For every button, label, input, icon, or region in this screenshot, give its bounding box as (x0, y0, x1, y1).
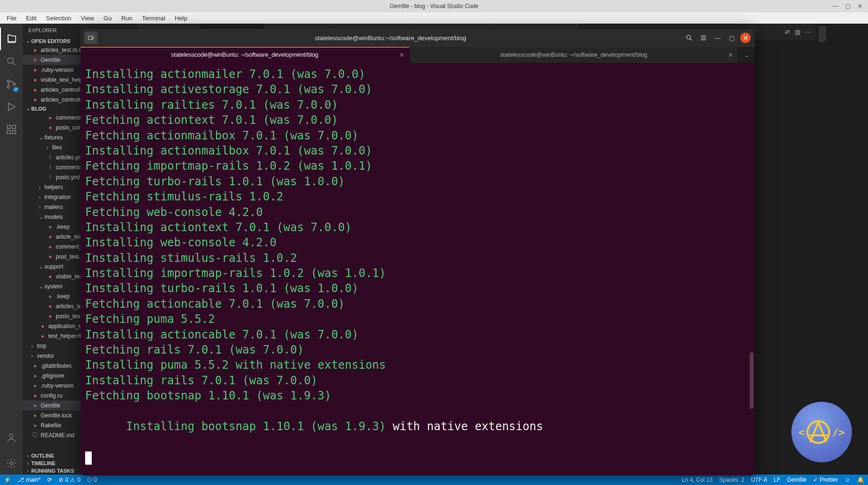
terminal-scrollbar[interactable] (750, 352, 754, 409)
item-label: vendor (37, 353, 54, 359)
chevron-right-icon: › (39, 204, 44, 210)
terminal-tab-1[interactable]: statelesscode@winBuntu: ~/software_devel… (80, 47, 410, 63)
chevron-right-icon: › (39, 184, 44, 191)
status-ports[interactable]: ⬡ 0 (87, 476, 97, 483)
menu-file[interactable]: File (3, 14, 20, 23)
open-editors-label: OPEN EDITORS (31, 38, 70, 44)
terminal-tab-close-icon[interactable]: ✕ (728, 52, 733, 59)
file-icon: ● (39, 323, 46, 329)
project-label: BLOG (31, 106, 46, 112)
status-branch[interactable]: ⎇ main* (18, 476, 41, 483)
file-name: .ruby-version (41, 67, 73, 73)
extensions-icon[interactable] (0, 118, 23, 141)
terminal-tab-2[interactable]: statelesscode@winBuntu: ~/software_devel… (410, 47, 739, 63)
terminal-line: Installing stimulus-rails 1.0.2 (85, 251, 750, 266)
explorer-icon[interactable] (0, 27, 23, 50)
item-label: config.ru (41, 392, 62, 399)
compare-changes-icon[interactable]: ⇄ (785, 28, 790, 35)
terminal-maximize-icon[interactable]: ▢ (726, 32, 737, 43)
terminal-new-tab-button[interactable] (84, 32, 97, 44)
split-editor-icon[interactable]: ▥ (795, 28, 800, 35)
svg-rect-10 (88, 36, 92, 40)
terminal-tab-close-icon[interactable]: ✕ (399, 52, 404, 59)
file-icon: ● (31, 47, 39, 53)
item-label: articles.yml (56, 154, 84, 161)
settings-gear-icon[interactable] (0, 452, 23, 475)
chevron-right-icon: › (25, 468, 31, 474)
source-control-icon[interactable]: 2 (0, 73, 23, 95)
file-icon: ● (31, 96, 39, 103)
svg-point-0 (8, 58, 13, 63)
terminal-line: Fetching rails 7.0.1 (was 7.0.0) (85, 342, 750, 357)
item-label: mailers (44, 204, 63, 210)
terminal-line: Fetching web-console 4.2.0 (85, 205, 750, 220)
status-eol[interactable]: LF (774, 476, 780, 483)
file-icon: ● (46, 253, 54, 260)
search-icon[interactable] (0, 50, 23, 73)
item-label: files (52, 144, 62, 151)
item-label: .gitignore (41, 372, 64, 379)
window-minimize-icon[interactable]: — (832, 3, 839, 9)
terminal-line: Fetching actionmailbox 7.0.1 (was 7.0.0) (85, 128, 750, 143)
status-remote[interactable]: ⚡ (4, 476, 11, 483)
status-cursor[interactable]: Ln 4, Col 13 (682, 476, 713, 483)
item-label: .gitattributes (41, 363, 71, 369)
terminal-line: Installing importmap-rails 1.0.2 (was 1.… (85, 266, 750, 281)
terminal-menu-icon[interactable] (698, 32, 709, 43)
file-icon: ● (31, 87, 39, 93)
file-icon: ● (46, 124, 54, 131)
menu-view[interactable]: View (77, 14, 98, 23)
file-icon: ● (46, 243, 54, 250)
status-spaces[interactable]: Spaces: 2 (719, 476, 744, 483)
terminal-line: Installing rails 7.0.1 (was 7.0.0) (85, 373, 750, 388)
terminal-line: Installing actionmailbox 7.0.1 (was 7.0.… (85, 143, 750, 158)
status-sync[interactable]: ⟳ (47, 476, 52, 483)
file-icon: ● (46, 224, 54, 230)
terminal-line: Installing turbo-rails 1.0.1 (was 1.0.0) (85, 281, 750, 296)
status-problems[interactable]: ⊘ 0 ⚠ 0 (59, 476, 80, 483)
menu-help[interactable]: Help (171, 14, 191, 23)
status-bell-icon[interactable]: 🔔 (857, 476, 864, 483)
svg-rect-7 (12, 125, 16, 129)
file-icon: ! (46, 164, 54, 171)
svg-point-2 (8, 86, 10, 88)
terminal-line: Fetching actiontext 7.0.1 (was 7.0.0) (85, 113, 750, 128)
status-language[interactable]: Gemfile (787, 476, 807, 483)
item-label: .keep (56, 293, 70, 300)
svg-point-3 (13, 83, 16, 86)
menu-edit[interactable]: Edit (22, 14, 40, 23)
status-encoding[interactable]: UTF-8 (751, 476, 767, 483)
terminal-minimize-icon[interactable]: — (712, 32, 723, 43)
chevron-right-icon: › (39, 194, 44, 200)
accounts-icon[interactable] (0, 426, 23, 449)
file-icon: ● (31, 67, 39, 73)
terminal-tab-dropdown-icon[interactable]: ⌄ (738, 47, 754, 63)
terminal-close-icon[interactable]: ✕ (740, 33, 751, 43)
menu-selection[interactable]: Selection (42, 14, 75, 23)
terminal-line: Fetching actioncable 7.0.1 (was 7.0.0) (85, 296, 750, 312)
menu-terminal[interactable]: Terminal (138, 14, 169, 23)
window-maximize-icon[interactable]: ▢ (844, 3, 851, 9)
svg-point-1 (8, 80, 10, 83)
scm-badge: 2 (13, 87, 19, 92)
timeline-label: TIMELINE (31, 460, 55, 466)
status-feedback-icon[interactable]: ☺ (845, 476, 850, 483)
chevron-right-icon: › (31, 343, 37, 349)
file-icon: ● (39, 333, 46, 339)
more-actions-icon[interactable]: ⋯ (805, 28, 811, 35)
file-icon: ● (31, 392, 39, 399)
menu-run[interactable]: Run (117, 14, 136, 23)
terminal-search-icon[interactable] (684, 32, 695, 43)
chevron-down-icon: ⌄ (39, 283, 44, 290)
item-label: .ruby-version (41, 382, 73, 389)
terminal-line: Installing web-console 4.2.0 (85, 235, 750, 250)
menu-go[interactable]: Go (100, 14, 115, 23)
svg-rect-6 (12, 130, 16, 134)
status-formatter[interactable]: ✓ Prettier (813, 476, 838, 483)
window-close-icon[interactable]: ✕ (857, 3, 863, 9)
file-icon: ✕ (31, 57, 39, 63)
run-debug-icon[interactable] (0, 95, 23, 118)
terminal-content[interactable]: Installing actionmailer 7.0.1 (was 7.0.0… (80, 63, 754, 476)
item-label: Gemfile.lock (41, 412, 72, 419)
file-icon: ● (31, 363, 39, 369)
